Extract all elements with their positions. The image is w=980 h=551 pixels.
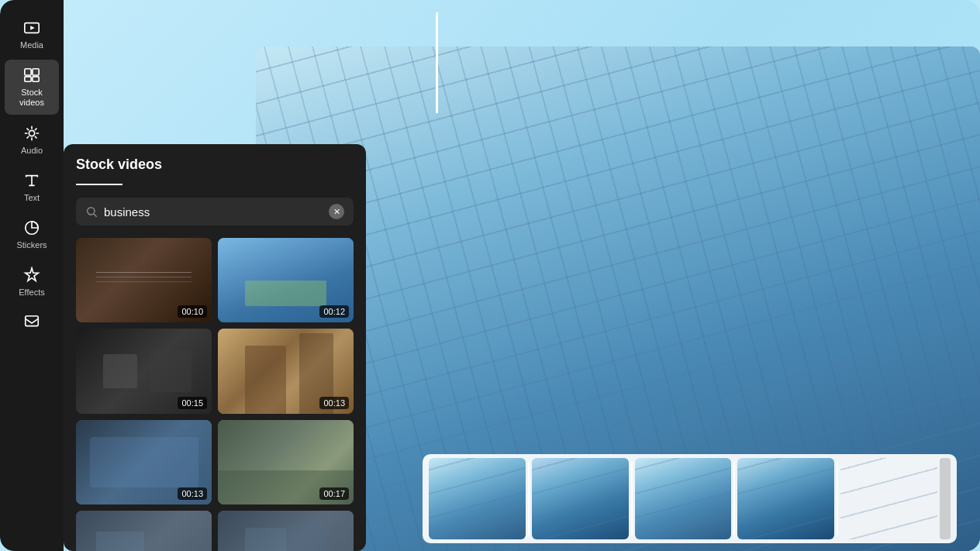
video-thumb-8[interactable] [218, 511, 354, 551]
video-thumb-6[interactable]: 00:17 [218, 420, 354, 505]
media-icon [22, 19, 41, 37]
svg-point-11 [88, 208, 95, 215]
search-clear-button[interactable]: ✕ [329, 204, 344, 219]
video-duration-2: 00:12 [319, 305, 349, 318]
sidebar-item-messages[interactable] [5, 307, 59, 338]
svg-point-6 [29, 130, 34, 136]
svg-rect-5 [33, 77, 39, 81]
timeline-frame-4 [737, 458, 834, 539]
svg-marker-1 [30, 26, 35, 30]
sidebar-item-text[interactable]: Text [5, 165, 59, 209]
timeline-strip[interactable] [423, 454, 957, 543]
timeline-divider-1 [528, 462, 530, 536]
svg-rect-2 [25, 69, 31, 75]
timeline-divider-2 [631, 462, 633, 536]
svg-rect-3 [33, 69, 39, 75]
timeline-divider-3 [733, 462, 735, 536]
timeline-right-handle[interactable] [940, 458, 951, 539]
sidebar-item-label-text: Text [24, 193, 40, 203]
stickers-icon [22, 219, 41, 237]
messages-icon [22, 313, 41, 332]
search-value: business [104, 205, 323, 219]
timeline-frame-3 [635, 458, 732, 539]
sidebar-item-stock-videos[interactable]: Stockvideos [5, 60, 59, 114]
sidebar-item-label-audio: Audio [21, 146, 43, 156]
video-thumb-2[interactable]: 00:12 [218, 238, 354, 322]
sidebar-item-label-effects: Effects [19, 288, 44, 298]
stock-videos-icon [22, 66, 41, 84]
sidebar-item-media[interactable]: Media [5, 12, 59, 57]
sidebar-item-label-stock-videos: Stockvideos [19, 88, 44, 108]
playhead [436, 12, 438, 113]
audio-icon [22, 124, 41, 143]
sidebar-item-effects[interactable]: Effects [5, 260, 59, 304]
video-duration-6: 00:17 [319, 487, 349, 500]
video-thumb-5[interactable]: 00:13 [76, 420, 212, 505]
timeline-divider-4 [837, 462, 838, 536]
sidebar-item-label-media: Media [20, 40, 43, 50]
video-thumb-3[interactable]: 00:15 [76, 329, 212, 413]
effects-icon [22, 266, 41, 284]
timeline-frame-2 [532, 458, 629, 539]
timeline-frame-5 [840, 458, 937, 539]
video-thumb-7[interactable] [76, 511, 212, 551]
sidebar: Media Stockvideos Audio [0, 0, 64, 551]
search-bar[interactable]: business ✕ [76, 198, 354, 226]
panel-title: Stock videos [76, 157, 354, 173]
svg-line-12 [94, 214, 97, 217]
sidebar-item-stickers[interactable]: Stickers [5, 212, 59, 257]
video-duration-1: 00:10 [178, 305, 207, 318]
video-duration-3: 00:15 [178, 397, 207, 409]
timeline-frame-1 [429, 458, 526, 539]
search-icon [85, 205, 98, 218]
video-thumb-1[interactable]: 00:10 [76, 238, 212, 322]
video-grid: 00:10 00:12 00:15 00:13 [76, 238, 354, 551]
text-icon [22, 171, 41, 190]
sidebar-item-audio[interactable]: Audio [5, 118, 59, 162]
stock-videos-panel: Stock videos business ✕ 00:10 00:12 [64, 144, 366, 551]
svg-rect-10 [26, 316, 39, 326]
panel-divider [76, 184, 122, 185]
video-thumb-4[interactable]: 00:13 [218, 329, 354, 413]
video-duration-5: 00:13 [178, 487, 207, 500]
sidebar-item-label-stickers: Stickers [16, 240, 47, 250]
video-duration-4: 00:13 [319, 397, 349, 409]
svg-rect-4 [25, 77, 31, 81]
